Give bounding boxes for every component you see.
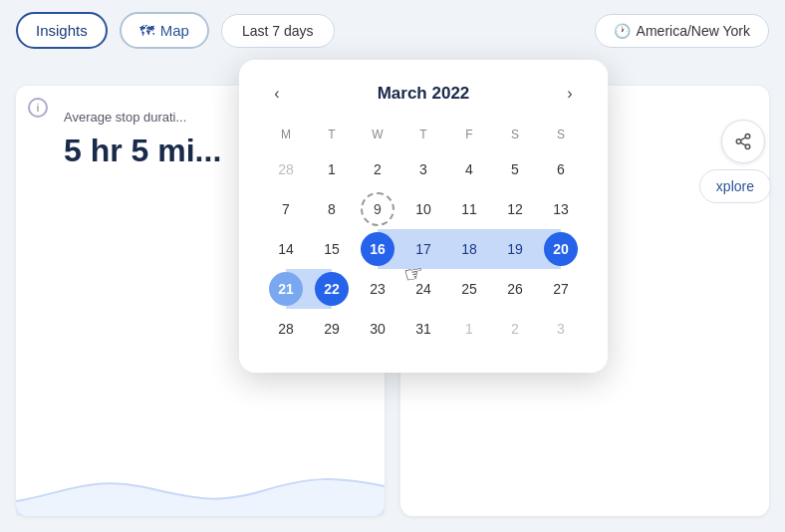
cal-day-9[interactable]: 9 — [361, 192, 394, 226]
calendar-overlay: ‹ March 2022 › M T W T F S S 28 1 2 3 4 … — [239, 60, 608, 373]
insights-button[interactable]: Insights — [16, 12, 108, 49]
day-header-wed: W — [355, 124, 400, 149]
day-header-sat: S — [492, 124, 538, 149]
cal-day-17[interactable]: 17 — [400, 229, 446, 269]
cal-day-16[interactable]: 16 — [355, 229, 400, 269]
svg-point-1 — [736, 139, 741, 144]
cal-day-1[interactable]: 1 — [309, 149, 355, 189]
cal-day-26[interactable]: 26 — [492, 269, 538, 309]
clock-icon: 🕐 — [614, 23, 631, 39]
cal-day-19[interactable]: 19 — [492, 229, 538, 269]
cal-day-27[interactable]: 27 — [538, 269, 584, 309]
calendar-grid: M T W T F S S 28 1 2 3 4 5 6 7 8 9 10 11… — [263, 124, 584, 349]
svg-line-4 — [740, 137, 745, 140]
info-icon: i — [28, 98, 48, 118]
cal-day-24[interactable]: 24 — [400, 269, 446, 309]
cal-day-23[interactable]: 23 — [355, 269, 400, 309]
map-icon: 🗺 — [139, 22, 154, 39]
explore-button[interactable]: xplore — [699, 169, 771, 203]
cal-day-11[interactable]: 11 — [446, 189, 492, 229]
cal-day-2[interactable]: 2 — [355, 149, 400, 189]
date-range-button[interactable]: Last 7 days — [221, 14, 335, 48]
cal-day-5[interactable]: 5 — [492, 149, 538, 189]
cal-day-4[interactable]: 4 — [446, 149, 492, 189]
cal-day-22[interactable]: 22 — [309, 269, 355, 309]
timezone-button[interactable]: 🕐 America/New York — [595, 14, 769, 48]
cal-day-25[interactable]: 25 — [446, 269, 492, 309]
prev-month-button[interactable]: ‹ — [263, 80, 291, 108]
card-chart — [16, 456, 385, 516]
day-header-tue: T — [309, 124, 355, 149]
day-header-mon: M — [263, 124, 309, 149]
svg-point-2 — [745, 144, 750, 149]
calendar-month-title: March 2022 — [378, 84, 470, 104]
cal-day-10[interactable]: 10 — [400, 189, 446, 229]
cal-day-7[interactable]: 7 — [263, 189, 309, 229]
cal-day-14[interactable]: 14 — [263, 229, 309, 269]
cal-day-3[interactable]: 3 — [400, 149, 446, 189]
cal-day-18[interactable]: 18 — [446, 229, 492, 269]
cal-day-12[interactable]: 12 — [492, 189, 538, 229]
cal-day-28[interactable]: 28 — [263, 309, 309, 349]
cal-day-13[interactable]: 13 — [538, 189, 584, 229]
cal-day-1-next[interactable]: 1 — [446, 309, 492, 349]
cal-day-3-next[interactable]: 3 — [538, 309, 584, 349]
day-header-sun: S — [538, 124, 584, 149]
cal-day-21[interactable]: 21 — [263, 269, 309, 309]
cal-day-8[interactable]: 8 — [309, 189, 355, 229]
next-month-button[interactable]: › — [556, 80, 584, 108]
cal-day-31[interactable]: 31 — [400, 309, 446, 349]
cal-day-2-next[interactable]: 2 — [492, 309, 538, 349]
calendar-header: ‹ March 2022 › — [263, 80, 584, 108]
cal-day-15[interactable]: 15 — [309, 229, 355, 269]
cal-day-6[interactable]: 6 — [538, 149, 584, 189]
day-header-thu: T — [400, 124, 446, 149]
svg-point-0 — [745, 134, 750, 139]
day-header-fri: F — [446, 124, 492, 149]
share-button[interactable] — [721, 120, 765, 163]
map-button[interactable]: 🗺 Map — [120, 12, 209, 49]
explore-label: xplore — [716, 178, 754, 194]
cal-day-29[interactable]: 29 — [309, 309, 355, 349]
cal-day-20[interactable]: 20 — [538, 229, 584, 269]
top-nav: Insights 🗺 Map Last 7 days 🕐 America/New… — [0, 0, 785, 61]
cal-day-30[interactable]: 30 — [355, 309, 400, 349]
cal-day-28-prev[interactable]: 28 — [263, 149, 309, 189]
svg-line-3 — [740, 142, 745, 145]
